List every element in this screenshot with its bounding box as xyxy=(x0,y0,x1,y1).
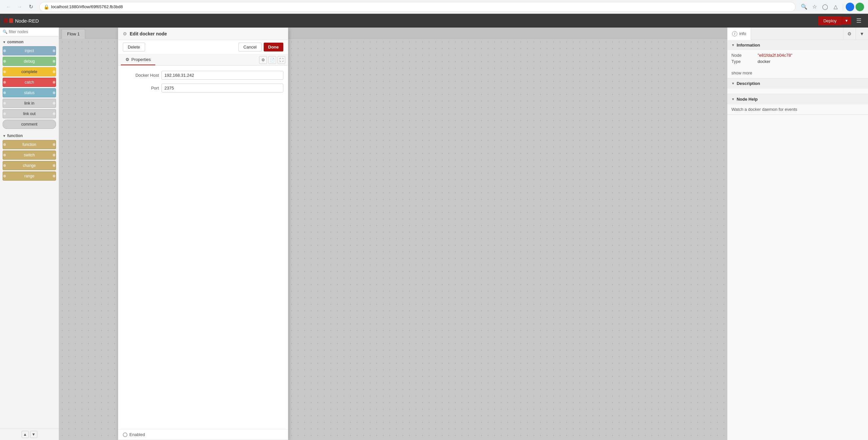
search-button[interactable]: 🔍 xyxy=(800,2,809,11)
port-input[interactable] xyxy=(161,84,283,92)
modal-tab-actions: ⚙ 📄 ⛶ xyxy=(259,56,285,64)
chevron-down-icon: ▼ xyxy=(3,40,6,44)
done-button[interactable]: Done xyxy=(264,42,284,52)
scroll-down-button[interactable]: ▼ xyxy=(30,431,37,438)
node-debug[interactable]: debug xyxy=(3,57,56,66)
deploy-button-group: Deploy ▼ xyxy=(818,17,851,25)
port-label: Port xyxy=(123,86,159,90)
node-range[interactable]: range xyxy=(3,172,56,181)
node-complete[interactable]: complete xyxy=(3,67,56,77)
modal-tabs: ⚙ Properties ⚙ 📄 ⛶ xyxy=(118,54,288,65)
info-section-information-header[interactable]: ▼ Information xyxy=(727,40,868,50)
info-icon: i xyxy=(732,31,737,36)
bookmark-button[interactable]: ☆ xyxy=(810,2,819,11)
reload-button[interactable]: ↻ xyxy=(26,2,35,11)
modal-btn-group: Cancel Done xyxy=(239,42,283,52)
info-panel-tabs: i info xyxy=(727,28,843,40)
topbar-right: Deploy ▼ ☰ xyxy=(818,16,864,26)
enabled-checkbox[interactable]: Enabled xyxy=(123,432,145,437)
docker-host-input[interactable] xyxy=(161,71,283,80)
category-function-label: function xyxy=(7,134,23,138)
node-inject[interactable]: inject xyxy=(3,46,56,55)
enabled-circle xyxy=(123,433,127,437)
node-switch-label: switch xyxy=(6,153,53,157)
notification-dot[interactable] xyxy=(856,3,864,11)
category-function: ▼ function function switch xyxy=(0,131,59,183)
node-link-out[interactable]: link out xyxy=(3,109,56,118)
scroll-up-button[interactable]: ▲ xyxy=(22,431,29,438)
tab-description-button[interactable]: 📄 xyxy=(268,56,276,64)
docker-host-label: Docker Host xyxy=(123,73,159,78)
content: 🔍 ▼ common inject xyxy=(0,28,868,440)
chevron-down-icon: ▼ xyxy=(732,97,735,101)
category-function-header[interactable]: ▼ function xyxy=(3,133,56,139)
node-switch[interactable]: switch xyxy=(3,150,56,160)
info-val-node: "e81fda2f.b04c78" xyxy=(757,53,792,58)
node-debug-label: debug xyxy=(6,59,53,64)
info-dropdown-button[interactable]: ▼ xyxy=(856,28,868,40)
tab-properties[interactable]: ⚙ Properties xyxy=(121,54,155,65)
app: Node-RED Deploy ▼ ☰ 🔍 ▼ common xyxy=(0,14,868,440)
node-link-out-label: link out xyxy=(6,112,53,116)
gear-icon: ⚙ xyxy=(123,31,127,36)
logo: Node-RED xyxy=(4,18,39,24)
info-row-node: Node "e81fda2f.b04c78" xyxy=(732,53,864,58)
tab-properties-label: Properties xyxy=(131,57,151,62)
info-settings-button[interactable]: ⚙ xyxy=(843,28,856,40)
forward-button[interactable]: → xyxy=(15,2,24,11)
enabled-label: Enabled xyxy=(129,432,145,437)
browser-navigation: ← → ↻ xyxy=(4,2,35,11)
hamburger-menu-button[interactable]: ☰ xyxy=(854,16,864,26)
gear-tab-icon: ⚙ xyxy=(125,57,129,62)
info-row-type: Type docker xyxy=(732,59,864,64)
address-bar[interactable]: 🔒 localhost:1880/#flow/69f65762.fb3bd8 xyxy=(39,2,796,12)
extension-button-2[interactable]: △ xyxy=(831,2,840,11)
modal-actions: Delete Cancel Done xyxy=(118,40,288,54)
modal-overlay: ⚙ Edit docker node Delete Cancel Done xyxy=(59,28,727,440)
info-description-body xyxy=(727,89,868,94)
topbar-left: Node-RED xyxy=(4,18,39,24)
user-avatar[interactable] xyxy=(846,3,854,11)
cancel-button[interactable]: Cancel xyxy=(239,42,261,52)
info-section-information-title: Information xyxy=(737,42,760,48)
extension-button-1[interactable]: ◯ xyxy=(820,2,830,11)
show-more-link[interactable]: show more xyxy=(727,68,868,78)
node-function[interactable]: function xyxy=(3,140,56,149)
info-key-node: Node xyxy=(732,53,757,58)
sidebar: 🔍 ▼ common inject xyxy=(0,28,59,440)
category-common-header[interactable]: ▼ common xyxy=(3,39,56,45)
deploy-button[interactable]: Deploy xyxy=(818,17,842,25)
deploy-dropdown-button[interactable]: ▼ xyxy=(842,17,851,25)
filter-nodes-input[interactable] xyxy=(9,30,56,34)
info-panel-actions: ⚙ ▼ xyxy=(843,28,868,40)
node-change[interactable]: change xyxy=(3,161,56,170)
info-section-description-header[interactable]: ▼ Description xyxy=(727,78,868,89)
info-section-node-help-header[interactable]: ▼ Node Help xyxy=(727,94,868,104)
info-section-information-body: Node "e81fda2f.b04c78" Type docker xyxy=(727,50,868,68)
node-catch[interactable]: catch xyxy=(3,78,56,87)
back-button[interactable]: ← xyxy=(4,2,13,11)
delete-button[interactable]: Delete xyxy=(123,42,145,52)
lock-icon: 🔒 xyxy=(43,4,49,9)
node-status[interactable]: status xyxy=(3,88,56,97)
nodes-list: ▼ common inject debug xyxy=(0,36,59,429)
filter-nodes-bar: 🔍 xyxy=(0,28,59,36)
info-section-node-help-title: Node Help xyxy=(737,97,757,101)
info-key-type: Type xyxy=(732,59,757,64)
node-catch-label: catch xyxy=(6,80,53,85)
canvas-area: Flow 1 ▶ 192.168.31.242:2375 xyxy=(59,28,727,440)
node-link-in[interactable]: link in xyxy=(3,99,56,108)
info-tab-info[interactable]: i info xyxy=(727,28,751,40)
node-change-label: change xyxy=(6,163,53,168)
node-complete-label: complete xyxy=(6,69,53,74)
node-comment-label: comment xyxy=(6,122,53,126)
form-row-docker-host: Docker Host xyxy=(123,71,283,80)
sidebar-bottom-nav: ▲ ▼ xyxy=(0,429,59,440)
node-comment[interactable]: comment xyxy=(3,120,56,129)
tab-settings-button[interactable]: ⚙ xyxy=(259,56,267,64)
info-panel-body: ▼ Information Node "e81fda2f.b04c78" Typ… xyxy=(727,40,868,440)
info-section-information: ▼ Information Node "e81fda2f.b04c78" Typ… xyxy=(727,40,868,78)
tab-extra-button[interactable]: ⛶ xyxy=(277,56,285,64)
info-tab-label: info xyxy=(739,31,746,36)
node-function-label: function xyxy=(6,142,53,147)
